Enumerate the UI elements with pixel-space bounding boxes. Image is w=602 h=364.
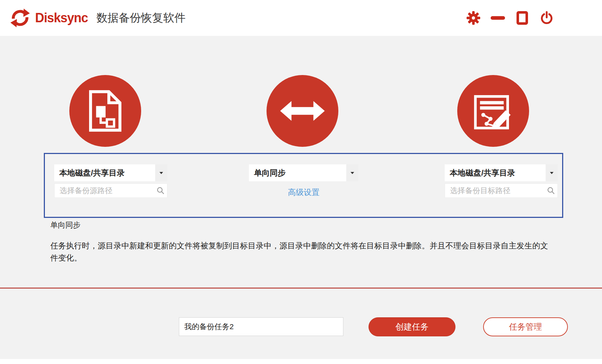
chevron-down-icon[interactable] [346,164,358,181]
section-divider [0,288,602,289]
source-path-field [54,183,167,198]
maximize-button[interactable] [515,11,529,25]
double-arrow-icon [279,97,325,125]
bottom-strip [0,359,602,364]
source-circle [69,75,141,147]
app-title: 数据备份恢复软件 [97,10,186,25]
source-type-value: 本地磁盘/共享目录 [54,168,155,178]
target-path-field [445,183,558,198]
document-tree-icon [87,89,123,132]
brand-name: Disksync [35,10,88,25]
search-icon[interactable] [547,187,555,195]
source-type-dropdown[interactable]: 本地磁盘/共享目录 [54,164,167,181]
sync-mode-value: 单向同步 [249,168,346,178]
sync-logo-icon [10,8,30,28]
power-icon [540,10,554,25]
target-type-dropdown[interactable]: 本地磁盘/共享目录 [445,164,558,181]
power-button[interactable] [540,11,554,25]
chevron-down-icon[interactable] [546,164,558,181]
header-bar: Disksync 数据备份恢复软件 [0,0,602,36]
sync-mode-description: 任务执行时，源目录中新建和更新的文件将被复制到目标目录中，源目录中删除的文件将在… [50,240,553,264]
edit-report-icon [473,91,513,131]
sync-mode-dropdown[interactable]: 单向同步 [249,164,358,181]
task-name-input[interactable] [179,317,343,336]
square-icon [517,11,528,25]
chevron-down-icon[interactable] [155,164,167,181]
settings-gear-icon[interactable] [466,11,481,25]
sync-mode-circle [267,75,338,147]
window-controls [466,0,554,36]
target-path-input[interactable] [445,183,558,198]
manage-tasks-button[interactable]: 任务管理 [483,317,568,336]
minimize-button[interactable] [491,11,505,25]
selection-panel: 本地磁盘/共享目录 单向同步 本地磁盘/共享目录 高级设置 [44,153,563,218]
create-task-button[interactable]: 创建任务 [369,317,455,336]
advanced-settings-link[interactable]: 高级设置 [249,187,358,198]
minus-icon [491,16,505,20]
target-circle [457,75,529,147]
target-type-value: 本地磁盘/共享目录 [445,168,546,178]
search-icon[interactable] [157,187,165,195]
source-path-input[interactable] [54,183,167,198]
sync-mode-label: 单向同步 [50,220,80,230]
